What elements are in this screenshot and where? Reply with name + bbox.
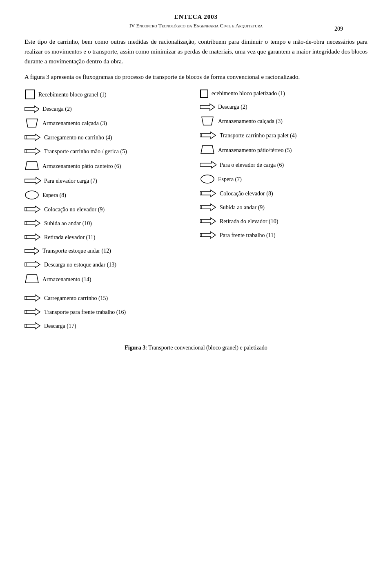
flow-label: Subida ao andar (9)	[220, 203, 265, 212]
arrow-simple3-icon	[200, 103, 215, 111]
list-item: Descarga (2)	[24, 105, 192, 113]
trapezoid3-icon	[24, 274, 39, 285]
trapezoid-icon	[24, 118, 39, 128]
svg-marker-16	[24, 248, 39, 254]
header-subtitle: IV Encontro Tecnológico da Engenharia Ci…	[24, 22, 368, 30]
flow-label: Descarga (17)	[44, 322, 76, 330]
right-flow-column: ecebimento bloco paletizado (1) Descarga…	[200, 89, 368, 335]
figure-caption-bold: Figura 3	[125, 345, 145, 351]
svg-rect-0	[25, 90, 34, 99]
double-arrow6-icon	[24, 260, 41, 269]
flow-label: ecebimento bloco paletizado (1)	[212, 89, 285, 98]
svg-marker-1	[24, 106, 39, 112]
square-icon	[24, 89, 35, 100]
flow-label: Descarga (2)	[218, 103, 247, 111]
flow-label: Carregamento no carrinho (4)	[44, 133, 112, 142]
flow-label: Para o elevador de carga (6)	[220, 161, 284, 169]
svg-marker-40	[200, 232, 216, 238]
flow-label: Transporte carrinho mão / gerica (5)	[44, 147, 127, 156]
svg-marker-14	[24, 234, 40, 240]
double-arrow4-icon	[24, 219, 41, 228]
double-arrow7-icon	[24, 294, 41, 302]
paragraph-1: Este tipo de carrinho, bem como outras m…	[24, 37, 368, 66]
arrow-simple2-icon	[24, 247, 39, 255]
double-arrow11-icon	[200, 189, 216, 198]
flow-label: Colocação no elevador (9)	[44, 205, 105, 214]
figure-caption-text: : Transporte convencional (bloco granel)…	[145, 345, 267, 351]
list-item: Colocação elevador (8)	[200, 189, 368, 198]
list-item: Armazenamento calçada (3)	[200, 116, 368, 126]
double-arrow10-icon	[200, 131, 216, 140]
header-title: ENTECA 2003	[24, 12, 368, 22]
list-item: Para elevador carga (7)	[24, 176, 192, 185]
flow-label: Transporte estoque andar (12)	[42, 246, 111, 255]
list-item: Descarga (2)	[200, 103, 368, 111]
double-arrow14-icon	[200, 231, 216, 240]
list-item: Armazenamento (14)	[24, 274, 192, 285]
flow-label: Para frente trabalho (11)	[220, 231, 276, 240]
list-item: Armazenamento pátio canteiro (6)	[24, 161, 192, 171]
flow-label: Recebimento bloco granel (1)	[38, 90, 107, 99]
svg-marker-31	[201, 146, 214, 154]
flow-label: Espera (8)	[42, 191, 66, 199]
page-number: 209	[334, 25, 343, 33]
list-item: Retirada elevador (11)	[24, 233, 192, 242]
svg-marker-10	[24, 206, 40, 213]
flow-label: Armazenamento pátio canteiro (6)	[42, 162, 121, 170]
list-item: Transporte para frente trabalho (16)	[24, 307, 192, 316]
double-arrow8-icon	[24, 307, 41, 316]
list-item: Para o elevador de carga (6)	[200, 160, 368, 169]
double-arrow-icon	[24, 133, 41, 142]
list-item: Colocação no elevador (9)	[24, 205, 192, 214]
svg-marker-7	[25, 161, 38, 170]
list-item: Para frente trabalho (11)	[200, 231, 368, 240]
flow-label: Subida ao andar (10)	[44, 219, 92, 228]
flow-label: Armazenamento calçada (3)	[42, 119, 107, 128]
svg-marker-29	[200, 132, 216, 139]
list-item: Descarga no estoque andar (13)	[24, 260, 192, 269]
double-arrow3-icon	[24, 205, 41, 214]
flow-label: Carregamento carrinho (15)	[44, 294, 108, 302]
svg-marker-34	[200, 190, 216, 197]
flow-label: Para elevador carga (7)	[44, 177, 97, 185]
svg-marker-36	[200, 204, 216, 211]
flow-label: Descarga no estoque andar (13)	[44, 260, 116, 269]
list-item: Subida ao andar (10)	[24, 219, 192, 228]
page-header: ENTECA 2003 IV Encontro Tecnológico da E…	[24, 12, 368, 29]
trapezoid5-icon	[200, 145, 215, 155]
square-sm-icon	[200, 90, 208, 98]
flow-label: Armazenamento (14)	[42, 275, 91, 284]
svg-marker-2	[26, 119, 38, 127]
oval2-icon	[200, 174, 215, 184]
svg-marker-5	[24, 148, 40, 155]
svg-marker-32	[200, 161, 216, 168]
list-item: Carregamento no carrinho (4)	[24, 133, 192, 142]
svg-marker-22	[24, 309, 40, 315]
svg-marker-28	[202, 117, 213, 125]
flow-label: Armazenamento calçada (3)	[218, 117, 283, 125]
list-item: Recebimento bloco granel (1)	[24, 89, 192, 100]
double-arrow9-icon	[24, 321, 41, 330]
flow-label: Colocação elevador (8)	[220, 189, 273, 198]
trapezoid4-icon	[200, 116, 215, 126]
svg-marker-38	[200, 218, 216, 224]
svg-point-9	[25, 191, 38, 199]
list-item: Espera (7)	[200, 174, 368, 184]
svg-marker-27	[200, 104, 215, 110]
list-item: ecebimento bloco paletizado (1)	[200, 89, 368, 98]
flow-label: Transporte carrinho para palet (4)	[220, 131, 296, 140]
flow-diagram: Recebimento bloco granel (1) Descarga (2…	[24, 89, 368, 335]
list-item: Armazenamento calçada (3)	[24, 118, 192, 128]
svg-marker-12	[24, 220, 40, 226]
list-item: Transporte estoque andar (12)	[24, 246, 192, 255]
left-flow-column: Recebimento bloco granel (1) Descarga (2…	[24, 89, 192, 335]
svg-marker-8	[24, 177, 41, 184]
flow-label: Descarga (2)	[42, 105, 72, 113]
list-item: Carregamento carrinho (15)	[24, 294, 192, 302]
svg-marker-24	[24, 323, 40, 329]
list-item: Armazenamento pátio/térreo (5)	[200, 145, 368, 155]
svg-marker-20	[24, 295, 40, 301]
double-arrow13-icon	[200, 217, 216, 226]
flow-label: Retirada do elevador (10)	[220, 217, 278, 226]
svg-marker-17	[24, 261, 40, 268]
